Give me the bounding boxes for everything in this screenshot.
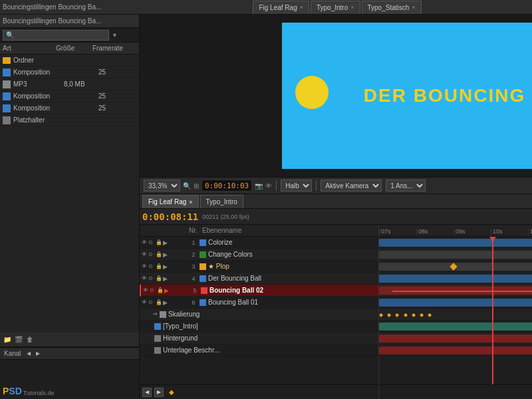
channel-right-icon[interactable]: ▶ [33, 349, 43, 358]
skalierung-ticks: ◆ ◆ ◆ ◆ ◆ ◆ ◆ [379, 313, 532, 317]
channel-left-icon[interactable]: ◀ [24, 349, 33, 358]
view-select[interactable]: 1 Ans... [386, 180, 426, 192]
timeline-tab-figleaf-label: Fig Leaf Rag [148, 198, 186, 205]
list-item[interactable]: Komposition 25 [0, 66, 139, 78]
bar1 [379, 239, 532, 247]
sd-text: SD [9, 386, 21, 396]
timeline-left: Nr. Ebenenname 👁 ⊙ 🔒 ▶ [140, 225, 379, 399]
list-item[interactable]: Komposition 25 [0, 90, 139, 102]
list-item[interactable]: Komposition 25 [0, 102, 139, 114]
placeholder-icon [3, 116, 11, 124]
row5-expand[interactable]: ▶ [164, 287, 174, 294]
row-type-3: MP3 [13, 80, 64, 88]
bar8 [379, 323, 532, 331]
row-type-4: Komposition [13, 92, 64, 100]
row3-eye[interactable]: 👁 [141, 263, 148, 270]
project-header: Bouncingstillingen Bouncing Ba... [0, 15, 139, 28]
nav-right-btn[interactable]: ▶ [154, 388, 164, 397]
row4-color [200, 275, 206, 282]
search-icon[interactable]: ▼ [112, 32, 118, 39]
timeline-bars-container: ▶ ◆ ◆ ◆ ◆ ◆ ◆ ◆ [379, 237, 532, 384]
timecode-display: 0:00:10:03 [201, 180, 252, 192]
row4-eye[interactable]: 👁 [141, 275, 148, 282]
preview-controls: 33,3% 🔍 ⊞ 0:00:10:03 📷 👁 Halb Aktive Kam… [140, 177, 532, 194]
row4-solo[interactable]: ⊙ [148, 275, 155, 281]
row9-color [154, 335, 161, 342]
timeline-tab-figleaf-close[interactable]: × [189, 199, 192, 205]
row4-expand[interactable]: ▶ [163, 275, 172, 282]
row1-lock[interactable]: 🔒 [156, 239, 162, 246]
divider2 [316, 180, 317, 191]
row5-lock[interactable]: 🔒 [157, 287, 164, 294]
row1-solo[interactable]: ⊙ [148, 239, 155, 245]
bar6 [379, 299, 532, 307]
row2-eye[interactable]: 👁 [141, 251, 148, 258]
new-comp-icon[interactable]: 🎬 [14, 335, 23, 344]
row6-expand[interactable]: ▶ [163, 299, 172, 306]
layer1-name: Colorize [208, 239, 377, 246]
project-table: Ordner Komposition 25 MP3 8,0 MB Komposi… [0, 55, 139, 332]
search-input[interactable] [3, 30, 109, 41]
tab-typo-statisch-close[interactable]: × [412, 4, 415, 11]
magnify-icon: 🔍 [183, 182, 191, 190]
tab-typo-intro[interactable]: Typo_Intro × [311, 1, 360, 14]
tab-typo-intro-label: Typo_Intro [317, 4, 348, 11]
row5-eye[interactable]: 👁 [142, 287, 149, 294]
row2-num: 2 [188, 251, 200, 258]
list-item[interactable]: Platzhalter [0, 114, 139, 126]
row3-lock[interactable]: 🔒 [156, 263, 162, 270]
nav-left-btn[interactable]: ◀ [142, 388, 152, 397]
layer-row-6-left: 👁 ⊙ 🔒 ▶ 6 Bouncing Ball 01 [140, 297, 378, 309]
tab-typo-statisch[interactable]: Typo_Statisch × [362, 1, 422, 14]
divider [276, 180, 277, 191]
timeline-time-controls: 0:00:08:11 00211 (25,00 fps) 🔍 [140, 209, 532, 225]
row6-solo[interactable]: ⊙ [148, 299, 155, 305]
row10-color [154, 347, 161, 354]
row-type-5: Komposition [13, 104, 64, 112]
row2-expand[interactable]: ▶ [163, 251, 172, 258]
timeline-tab-typo[interactable]: Typo_Intro [200, 195, 243, 208]
row2-solo[interactable]: ⊙ [148, 251, 155, 257]
row1-expand[interactable]: ▶ [163, 239, 172, 246]
tab-typo-intro-close[interactable]: × [350, 4, 354, 11]
quality-select[interactable]: Halb [281, 180, 312, 192]
row-fps-4: 25 [98, 92, 136, 100]
tab-figleaf[interactable]: Fig Leaf Rag × [253, 1, 309, 14]
row-type-6: Platzhalter [13, 116, 64, 124]
motion-arrow: ▶ [392, 291, 532, 292]
channel-label: Kanal [4, 350, 21, 357]
zoom-select[interactable]: 33,3% [144, 180, 180, 192]
timeline-body: Nr. Ebenenname 👁 ⊙ 🔒 ▶ [140, 225, 532, 399]
row3-solo[interactable]: ⊙ [148, 263, 155, 269]
timeline-tab-figleaf[interactable]: Fig Leaf Rag × [142, 195, 199, 208]
row7-motion [152, 311, 158, 319]
row4-num: 4 [188, 275, 200, 282]
camera-select[interactable]: Aktive Kamera [321, 180, 382, 192]
top-bar: Bouncingstillingen Bouncing Ba... Fig Le… [0, 0, 532, 15]
col-name-header: Ebenenname [202, 227, 376, 234]
row6-lock[interactable]: 🔒 [156, 299, 162, 306]
delete-icon[interactable]: 🗑 [25, 335, 35, 344]
bar2 [379, 251, 532, 259]
bar-row-3 [379, 261, 532, 273]
bar-row-9 [379, 332, 532, 344]
main-layout: Bouncingstillingen Bouncing Ba... ▼ Art … [0, 15, 532, 399]
row1-eye[interactable]: 👁 [141, 239, 148, 246]
row3-expand[interactable]: ▶ [163, 263, 172, 270]
row-type-1: Ordner [13, 57, 64, 64]
layer-rows-left: 👁 ⊙ 🔒 ▶ 1 Colorize 👁 [140, 237, 378, 384]
layer-row-5-left[interactable]: 👁 ⊙ 🔒 ▶ 5 Bouncing Ball 02 [140, 285, 378, 297]
tab-figleaf-close[interactable]: × [300, 4, 303, 11]
layer-row-1-left: 👁 ⊙ 🔒 ▶ 1 Colorize [140, 237, 378, 249]
new-item-icon[interactable]: 📁 [3, 335, 12, 344]
preview-canvas-container: DER BOUNCING BALL [140, 15, 532, 177]
row2-lock[interactable]: 🔒 [156, 251, 162, 258]
row5-solo[interactable]: ⊙ [150, 287, 156, 293]
list-item[interactable]: Ordner [0, 55, 139, 66]
list-item[interactable]: MP3 8,0 MB [0, 78, 139, 90]
layer7-name: Skalierung [168, 311, 377, 318]
row6-eye[interactable]: 👁 [141, 299, 148, 306]
preview-area: DER BOUNCING BALL 33,3% 🔍 ⊞ 0:00:10:03 📷… [140, 15, 532, 194]
layer-row-9-left: Hintergrund [140, 332, 378, 344]
row4-lock[interactable]: 🔒 [156, 275, 162, 282]
